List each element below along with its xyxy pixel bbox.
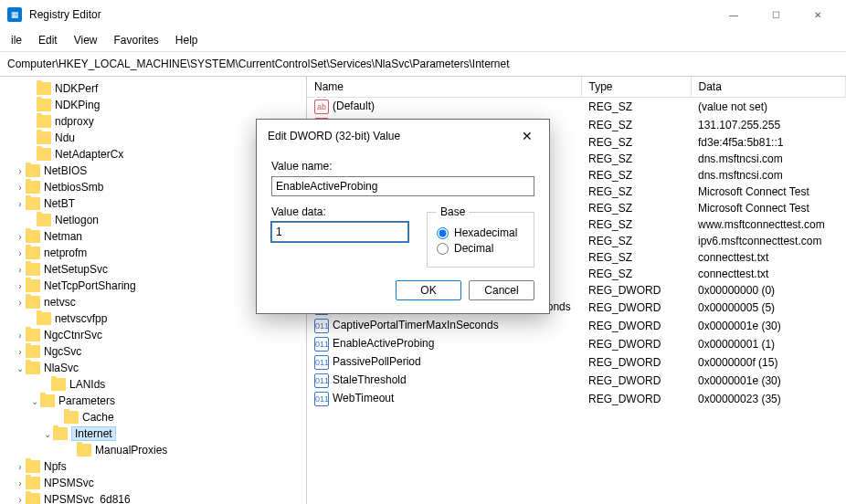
cancel-button[interactable]: Cancel <box>469 280 534 300</box>
value-data-label: Value data: <box>271 205 408 218</box>
dialog-backdrop: Edit DWORD (32-bit) Value ✕ Value name: … <box>0 0 846 504</box>
radio-hex-label: Hexadecimal <box>454 226 517 239</box>
dialog-close-button[interactable]: ✕ <box>516 127 538 145</box>
base-fieldset: Base Hexadecimal Decimal <box>427 205 534 268</box>
ok-button[interactable]: OK <box>396 280 461 300</box>
dialog-titlebar: Edit DWORD (32-bit) Value ✕ <box>257 120 549 152</box>
radio-dec[interactable] <box>437 243 449 255</box>
radio-hex[interactable] <box>437 227 449 239</box>
value-name-label: Value name: <box>271 160 534 173</box>
radio-dec-label: Decimal <box>454 242 493 255</box>
edit-dword-dialog: Edit DWORD (32-bit) Value ✕ Value name: … <box>256 119 550 314</box>
dialog-title: Edit DWORD (32-bit) Value <box>268 130 400 142</box>
base-legend: Base <box>437 205 469 218</box>
value-name-input[interactable] <box>271 176 534 196</box>
value-data-input[interactable] <box>271 222 408 242</box>
